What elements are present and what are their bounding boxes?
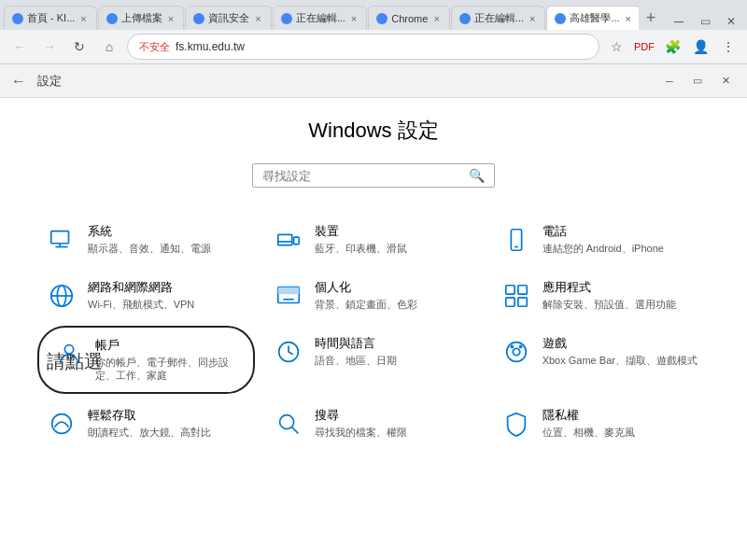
svg-rect-14 xyxy=(505,286,514,294)
personalization-text: 個人化背景、鎖定畫面、色彩 xyxy=(315,279,474,311)
settings-titlebar: ← 設定 ─ ▭ ✕ xyxy=(0,64,747,98)
settings-maximize-button[interactable]: ▭ xyxy=(687,71,708,91)
reload-button[interactable]: ↻ xyxy=(67,35,92,59)
tab-close-button[interactable]: × xyxy=(78,12,88,25)
tab-close-button[interactable]: × xyxy=(624,12,633,25)
back-button[interactable]: ← xyxy=(7,35,32,59)
system-icon xyxy=(45,223,78,257)
settings-item-time[interactable]: 時間與語言語音、地區、日期 xyxy=(264,326,482,394)
search-icon xyxy=(272,407,305,441)
ease-text: 輕鬆存取朗讀程式、放大鏡、高對比 xyxy=(88,407,247,439)
personalization-desc: 背景、鎖定畫面、色彩 xyxy=(315,298,474,311)
settings-item-network[interactable]: 網路和網際網路Wi-Fi、飛航模式、VPN xyxy=(37,270,255,322)
settings-item-phone[interactable]: 電話連結您的 Android、iPhone xyxy=(492,214,710,266)
settings-heading: Windows 設定 xyxy=(37,117,710,145)
security-warning: 不安全 xyxy=(139,40,170,54)
tab-close-button[interactable]: × xyxy=(349,12,359,25)
extension-button[interactable]: 🧩 xyxy=(661,35,684,58)
settings-item-accounts[interactable]: 帳戶你的帳戶、電子郵件、同步設定、工作、家庭 xyxy=(37,326,255,394)
browser-tab-0[interactable]: 首頁 - KI...× xyxy=(4,6,97,30)
browser-tab-3[interactable]: 正在編輯...× xyxy=(273,6,368,30)
phone-text: 電話連結您的 Android、iPhone xyxy=(543,223,702,255)
settings-item-apps[interactable]: 應用程式解除安裝、預設值、選用功能 xyxy=(492,270,710,322)
menu-button[interactable]: ⋮ xyxy=(717,35,740,58)
time-name: 時間與語言 xyxy=(315,335,474,352)
settings-overlay: ← 設定 ─ ▭ ✕ Windows 設定 🔍 系統顯示器、音效、通知、電源裝置… xyxy=(0,64,747,560)
svg-point-18 xyxy=(64,345,73,354)
accounts-name: 帳戶 xyxy=(95,337,240,354)
settings-item-search[interactable]: 搜尋尋找我的檔案、權限 xyxy=(264,398,482,450)
devices-desc: 藍牙、印表機、滑鼠 xyxy=(315,242,474,255)
search-input[interactable] xyxy=(262,169,469,183)
time-text: 時間與語言語音、地區、日期 xyxy=(315,335,474,367)
svg-rect-12 xyxy=(278,287,300,295)
settings-minimize-button[interactable]: ─ xyxy=(659,71,680,91)
home-button[interactable]: ⌂ xyxy=(97,35,121,59)
url-display: fs.kmu.edu.tw xyxy=(176,40,245,53)
page-content: [English] 高雄醫學大學軟體下載服務 (KMU Software Dow… xyxy=(0,64,747,560)
time-desc: 語音、地區、日期 xyxy=(315,354,474,367)
svg-line-26 xyxy=(292,427,299,433)
tab-label: 正在編輯... xyxy=(296,11,345,25)
settings-item-privacy[interactable]: 隱私權位置、相機、麥克風 xyxy=(492,398,710,450)
svg-rect-15 xyxy=(518,286,527,294)
tab-favicon xyxy=(12,13,23,24)
tab-label: 高雄醫學... xyxy=(570,11,619,25)
browser-tab-4[interactable]: Chrome× xyxy=(368,6,450,30)
settings-item-personalization[interactable]: 個人化背景、鎖定畫面、色彩 xyxy=(264,270,482,322)
settings-item-ease[interactable]: 輕鬆存取朗讀程式、放大鏡、高對比 xyxy=(37,398,255,450)
gaming-desc: Xbox Game Bar、擷取、遊戲模式 xyxy=(543,354,702,367)
search-name: 搜尋 xyxy=(315,407,474,424)
tab-close-button[interactable]: × xyxy=(528,12,537,25)
tab-label: 資訊安全 xyxy=(208,11,249,25)
minimize-button[interactable]: ─ xyxy=(667,13,691,30)
pdf-button[interactable]: PDF xyxy=(633,35,655,58)
privacy-name: 隱私權 xyxy=(543,407,702,424)
tab-close-button[interactable]: × xyxy=(431,12,441,25)
svg-rect-17 xyxy=(518,298,527,306)
privacy-text: 隱私權位置、相機、麥克風 xyxy=(543,407,702,439)
network-desc: Wi-Fi、飛航模式、VPN xyxy=(88,298,247,311)
svg-point-23 xyxy=(518,345,522,349)
tab-favicon xyxy=(281,13,292,24)
svg-point-21 xyxy=(513,348,520,356)
browser-tab-5[interactable]: 正在編輯...× xyxy=(451,6,546,30)
close-button[interactable]: ✕ xyxy=(719,13,743,30)
tab-close-button[interactable]: × xyxy=(166,12,176,25)
bookmark-button[interactable]: ☆ xyxy=(605,35,627,58)
profile-button[interactable]: 👤 xyxy=(689,35,712,58)
maximize-button[interactable]: ▭ xyxy=(693,13,717,30)
tab-label: 正在編輯... xyxy=(474,11,524,25)
search-desc: 尋找我的檔案、權限 xyxy=(315,426,474,439)
browser-tab-2[interactable]: 資訊安全× xyxy=(185,6,271,30)
system-text: 系統顯示器、音效、通知、電源 xyxy=(88,223,247,255)
system-name: 系統 xyxy=(88,223,247,240)
settings-back-button[interactable]: ← xyxy=(11,73,26,90)
search-icon: 🔍 xyxy=(469,168,485,183)
forward-button[interactable]: → xyxy=(37,35,62,59)
phone-name: 電話 xyxy=(543,223,702,240)
settings-item-gaming[interactable]: 遊戲Xbox Game Bar、擷取、遊戲模式 xyxy=(492,326,710,394)
privacy-icon xyxy=(500,407,533,441)
search-box[interactable]: 🔍 xyxy=(252,163,495,188)
network-name: 網路和網際網路 xyxy=(88,279,247,296)
tab-close-button[interactable]: × xyxy=(253,12,262,25)
browser-tab-6[interactable]: 高雄醫學...× xyxy=(546,6,639,30)
gaming-name: 遊戲 xyxy=(543,335,702,352)
accounts-desc: 你的帳戶、電子郵件、同步設定、工作、家庭 xyxy=(95,356,240,383)
svg-point-20 xyxy=(506,343,526,362)
settings-close-button[interactable]: ✕ xyxy=(715,71,736,91)
search-container: 🔍 xyxy=(37,163,710,188)
tab-favicon xyxy=(106,13,118,24)
svg-rect-16 xyxy=(505,298,514,306)
new-tab-button[interactable]: + xyxy=(639,6,663,30)
address-bar[interactable]: 不安全 fs.kmu.edu.tw xyxy=(127,34,599,60)
system-desc: 顯示器、音效、通知、電源 xyxy=(88,242,247,255)
settings-item-devices[interactable]: 裝置藍牙、印表機、滑鼠 xyxy=(264,214,482,266)
ease-desc: 朗讀程式、放大鏡、高對比 xyxy=(88,426,247,439)
browser-tab-1[interactable]: 上傳檔案× xyxy=(98,6,184,30)
phone-desc: 連結您的 Android、iPhone xyxy=(543,242,702,255)
settings-item-system[interactable]: 系統顯示器、音效、通知、電源 xyxy=(37,214,255,266)
settings-grid: 系統顯示器、音效、通知、電源裝置藍牙、印表機、滑鼠電話連結您的 Android、… xyxy=(37,214,710,450)
accounts-icon xyxy=(52,337,86,371)
